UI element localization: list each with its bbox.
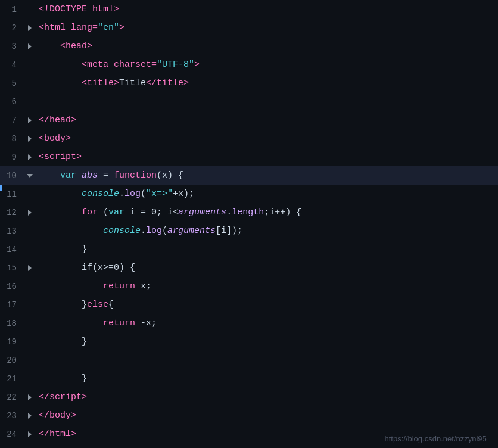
code-content: <html lang="en"> [36, 18, 125, 37]
line-number: 11 [0, 189, 24, 199]
fold-arrow[interactable] [28, 210, 32, 216]
code-line: 1 <!DOCTYPE html> [0, 0, 498, 18]
code-content: <meta charset="UTF-8"> [36, 55, 200, 74]
code-line: 23 </body> [0, 406, 498, 425]
code-content: return -x; [36, 314, 157, 332]
code-content: <script> [36, 148, 82, 166]
line-number: 1 [0, 5, 24, 14]
line-number: 7 [0, 116, 24, 125]
code-content: return x; [36, 277, 151, 295]
line-number: 6 [0, 97, 24, 107]
gutter [24, 413, 36, 419]
fold-arrow[interactable] [27, 174, 33, 178]
fold-arrow[interactable] [28, 43, 32, 49]
code-content: </script> [36, 388, 87, 406]
line-number: 24 [0, 430, 24, 439]
fold-arrow[interactable] [28, 154, 32, 160]
gutter [24, 43, 36, 49]
code-content: </body> [36, 406, 76, 425]
code-line: 17 }else{ [0, 295, 498, 314]
code-line: 12 for (var i = 0; i<arguments.length;i+… [0, 203, 498, 222]
line-number: 18 [0, 319, 24, 328]
code-line: 22 </script> [0, 388, 498, 406]
code-line: 20 [0, 351, 498, 369]
code-line: 8 <body> [0, 129, 498, 148]
gutter [24, 265, 36, 271]
line-number: 16 [0, 282, 24, 291]
line-number: 4 [0, 60, 24, 70]
line-number: 12 [0, 208, 24, 217]
line-number: 9 [0, 153, 24, 162]
line-number: 22 [0, 393, 24, 402]
code-content: </html> [36, 425, 76, 443]
line-number: 2 [0, 23, 24, 33]
fold-arrow[interactable] [28, 25, 32, 31]
code-content: if(x>=0) { [36, 259, 135, 277]
code-content: var abs = function(x) { [36, 166, 183, 185]
line-number: 19 [0, 337, 24, 347]
code-line-active: 10 var abs = function(x) { [0, 166, 498, 185]
gutter [24, 174, 36, 178]
code-line: 11 console.log("x=>"+x); [0, 185, 498, 203]
line-number: 8 [0, 134, 24, 144]
gutter [24, 154, 36, 160]
gutter [24, 136, 36, 142]
code-line: 21 } [0, 369, 498, 388]
code-line: 7 </head> [0, 111, 498, 129]
watermark: https://blog.csdn.net/nzzynl95_ [384, 434, 491, 443]
code-content: console.log("x=>"+x); [36, 185, 194, 203]
line-number: 3 [0, 42, 24, 51]
fold-arrow[interactable] [28, 413, 32, 419]
code-line: 5 <title>Title</title> [0, 74, 498, 92]
code-content: }else{ [36, 295, 114, 314]
line-number: 17 [0, 300, 24, 310]
code-content: <head> [36, 37, 92, 55]
fold-arrow[interactable] [28, 117, 32, 123]
code-line: 15 if(x>=0) { [0, 259, 498, 277]
line-number: 5 [0, 79, 24, 88]
code-content: <body> [36, 129, 71, 148]
line-number: 21 [0, 374, 24, 384]
gutter [24, 394, 36, 400]
code-content: <title>Title</title> [36, 74, 189, 92]
code-line: 16 return x; [0, 277, 498, 295]
gutter [24, 210, 36, 216]
fold-arrow[interactable] [28, 136, 32, 142]
fold-arrow[interactable] [28, 265, 32, 271]
line-number: 15 [0, 263, 24, 273]
code-line: 3 <head> [0, 37, 498, 55]
fold-arrow[interactable] [28, 431, 32, 437]
code-line: 18 return -x; [0, 314, 498, 332]
code-line: 6 [0, 92, 498, 111]
code-line: 13 console.log(arguments[i]); [0, 222, 498, 240]
code-content: <!DOCTYPE html> [36, 0, 119, 18]
line-number: 10 [0, 171, 24, 181]
gutter [24, 431, 36, 437]
code-content: for (var i = 0; i<arguments.length;i++) … [36, 203, 301, 222]
line-number: 13 [0, 226, 24, 236]
line-number: 20 [0, 356, 24, 365]
gutter [24, 117, 36, 123]
code-line: 19 } [0, 332, 498, 351]
code-content: console.log(arguments[i]); [36, 222, 242, 240]
code-content: } [36, 369, 87, 388]
code-content: } [36, 240, 87, 259]
code-line: 2 <html lang="en"> [0, 18, 498, 37]
code-line: 9 <script> [0, 148, 498, 166]
code-line: 14 } [0, 240, 498, 259]
fold-arrow[interactable] [28, 394, 32, 400]
code-editor[interactable]: 1 <!DOCTYPE html> 2 <html lang="en"> 3 <… [0, 0, 498, 448]
line-number: 14 [0, 245, 24, 254]
code-content: </head> [36, 111, 76, 129]
code-content: } [36, 332, 87, 351]
gutter [24, 25, 36, 31]
line-number: 23 [0, 411, 24, 421]
code-line: 4 <meta charset="UTF-8"> [0, 55, 498, 74]
